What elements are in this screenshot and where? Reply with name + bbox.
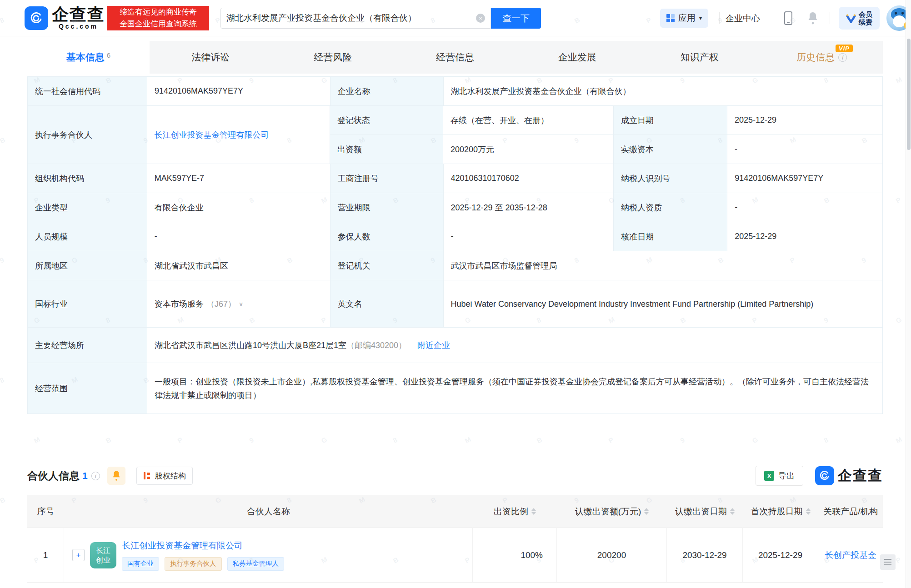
basic-info-table: 统一社会信用代码 91420106MAK597YE7Y 企业名称 湖北水利发展产… bbox=[27, 76, 883, 414]
taxpayer-id-label: 纳税人识别号 bbox=[614, 164, 727, 193]
notification-bell-icon[interactable] bbox=[807, 11, 819, 27]
taxpayer-id-value: 91420106MAK597YE7Y bbox=[727, 164, 883, 193]
tab-development[interactable]: 企业发展 bbox=[516, 41, 638, 74]
expand-row-button[interactable]: + bbox=[72, 549, 85, 561]
header-divider bbox=[719, 12, 720, 24]
company-type-value: 有限合伙企业 bbox=[147, 193, 330, 222]
monitor-bell-button[interactable] bbox=[107, 467, 125, 485]
tab-basic-count: 6 bbox=[107, 51, 110, 59]
partner-row: 1 + 长江 创业 长江创业投资基金管理有限公司 国有企业 执行事务合伙人 私募… bbox=[27, 528, 883, 583]
tab-intellectual-property[interactable]: 知识产权 bbox=[638, 41, 761, 74]
tab-operation-info[interactable]: 经营信息 bbox=[394, 41, 516, 74]
insured-count-label: 参保人数 bbox=[330, 222, 444, 251]
tab-basic-info[interactable]: 基本信息 6 bbox=[27, 41, 150, 74]
est-date-label: 成立日期 bbox=[614, 106, 727, 135]
col-subscribe-date[interactable]: 认缴出资日期 bbox=[667, 495, 743, 528]
vip-renew-line2: 续费 bbox=[859, 18, 872, 26]
info-icon[interactable]: i bbox=[838, 53, 847, 62]
company-type-label: 企业类型 bbox=[28, 193, 147, 222]
mobile-app-icon[interactable] bbox=[783, 11, 794, 27]
header-divider bbox=[830, 12, 830, 24]
org-code-label: 组织机构代码 bbox=[28, 164, 147, 193]
col-related-products: 关联产品/机构 bbox=[818, 495, 883, 528]
floating-widget-button[interactable] bbox=[880, 554, 896, 570]
industry-expand-icon[interactable]: ∨ bbox=[239, 300, 243, 308]
scrollbar-thumb[interactable] bbox=[907, 39, 911, 150]
logo-text-domain: Qcc.com bbox=[59, 23, 98, 30]
enterprise-center-link[interactable]: 企业中心 bbox=[726, 13, 760, 25]
reg-authority-label: 登记机关 bbox=[330, 251, 444, 280]
chevron-down-icon: ▾ bbox=[699, 15, 702, 21]
approval-date-value: 2025-12-29 bbox=[727, 222, 883, 251]
apps-label: 应用 bbox=[678, 12, 696, 24]
company-name-value: 湖北水利发展产业投资基金合伙企业（有限合伙） bbox=[444, 77, 883, 106]
search-clear-icon[interactable]: × bbox=[476, 14, 485, 23]
vip-renew-button[interactable]: 会员 续费 bbox=[839, 7, 880, 30]
col-amount[interactable]: 认缴出资额(万元) bbox=[557, 495, 667, 528]
business-term-label: 营业期限 bbox=[330, 193, 444, 222]
est-date-value: 2025-12-29 bbox=[727, 106, 883, 135]
search-box: × bbox=[220, 8, 491, 29]
qcc-watermark-logo: 企查查 bbox=[815, 466, 883, 485]
business-scope-label: 经营范围 bbox=[28, 363, 147, 414]
capital-label: 出资额 bbox=[330, 135, 443, 164]
col-partner-name: 合伙人名称 bbox=[64, 495, 473, 528]
top-header: 企查查 Qcc.com 缔造有远见的商业传奇 全国企业信用查询系统 × 查一下 … bbox=[0, 0, 911, 36]
partners-table: 序号 合伙人名称 出资比例 认缴出资额(万元) 认缴出资日期 首次持股日期 关联… bbox=[27, 495, 883, 583]
business-term-value: 2025-12-29 至 2035-12-28 bbox=[444, 193, 614, 222]
row-index: 1 bbox=[27, 528, 64, 582]
partners-title: 合伙人信息 bbox=[27, 469, 80, 483]
partner-name-link[interactable]: 长江创业投资基金管理有限公司 bbox=[122, 540, 284, 552]
tag-state-owned: 国有企业 bbox=[122, 557, 159, 571]
english-name-label: 英文名 bbox=[330, 280, 444, 328]
related-fund-link: 长创产投基金 bbox=[818, 528, 883, 582]
staff-size-label: 人员规模 bbox=[28, 222, 147, 251]
reg-status-label: 登记状态 bbox=[330, 106, 443, 135]
industry-value: 资本市场服务 （J67） ∨ bbox=[147, 280, 330, 328]
tab-operation-risk[interactable]: 经营风险 bbox=[272, 41, 394, 74]
uscc-value: 91420106MAK597YE7Y bbox=[147, 77, 330, 106]
partners-count: 1 bbox=[82, 470, 88, 481]
nearby-companies-link[interactable]: 附近企业 bbox=[417, 340, 450, 351]
address-label: 主要经营场所 bbox=[28, 328, 147, 363]
company-name-label: 企业名称 bbox=[330, 77, 444, 106]
sort-icon bbox=[730, 508, 735, 515]
tab-legal[interactable]: 法律诉讼 bbox=[150, 41, 272, 74]
excel-icon: X bbox=[764, 471, 774, 481]
business-scope-value: 一般项目：创业投资（限投资未上市企业）,私募股权投资基金管理、创业投资基金管理服… bbox=[147, 363, 883, 414]
col-ratio[interactable]: 出资比例 bbox=[473, 495, 557, 528]
staff-size-value: - bbox=[147, 222, 330, 251]
apps-menu[interactable]: 应用 ▾ bbox=[660, 9, 708, 28]
ratio-value: 100% bbox=[473, 528, 557, 582]
qcc-logo-icon bbox=[815, 466, 834, 485]
partners-table-header: 序号 合伙人名称 出资比例 认缴出资额(万元) 认缴出资日期 首次持股日期 关联… bbox=[27, 495, 883, 528]
equity-structure-button[interactable]: 股权结构 bbox=[136, 467, 193, 485]
capital-value: 200200万元 bbox=[443, 135, 614, 164]
search-button[interactable]: 查一下 bbox=[491, 8, 541, 29]
search-input[interactable] bbox=[221, 13, 476, 23]
apps-grid-icon bbox=[666, 14, 675, 22]
sort-icon bbox=[644, 508, 649, 515]
partners-section: 合伙人信息 1 i 股权结构 X 导出 企查查 bbox=[27, 463, 883, 583]
col-first-hold-date[interactable]: 首次持股日期 bbox=[743, 495, 818, 528]
tag-executive-partner: 执行事务合伙人 bbox=[165, 557, 222, 571]
reg-no-label: 工商注册号 bbox=[330, 164, 444, 193]
paid-capital-value: - bbox=[727, 135, 883, 164]
page-scrollbar[interactable] bbox=[906, 0, 911, 588]
qcc-logo[interactable]: 企查查 Qcc.com bbox=[25, 6, 105, 30]
sort-icon bbox=[531, 508, 536, 515]
uscc-label: 统一社会信用代码 bbox=[28, 77, 147, 106]
first-hold-date-value: 2025-12-29 bbox=[743, 528, 818, 582]
tab-history-info[interactable]: VIP 历史信息 i bbox=[761, 41, 883, 74]
org-chart-icon bbox=[143, 472, 151, 480]
region-value: 湖北省武汉市武昌区 bbox=[147, 251, 330, 280]
info-icon[interactable]: i bbox=[91, 472, 100, 480]
approval-date-label: 核准日期 bbox=[614, 222, 727, 251]
partner-avatar[interactable]: 长江 创业 bbox=[90, 542, 116, 568]
vip-badge: VIP bbox=[836, 45, 853, 52]
export-button[interactable]: X 导出 bbox=[756, 466, 803, 486]
reg-status-value: 存续（在营、开业、在册） bbox=[443, 106, 614, 135]
industry-code: （J67） bbox=[206, 299, 236, 309]
exec-partner-link[interactable]: 长江创业投资基金管理有限公司 bbox=[155, 130, 269, 140]
taxpayer-quality-label: 纳税人资质 bbox=[614, 193, 727, 222]
